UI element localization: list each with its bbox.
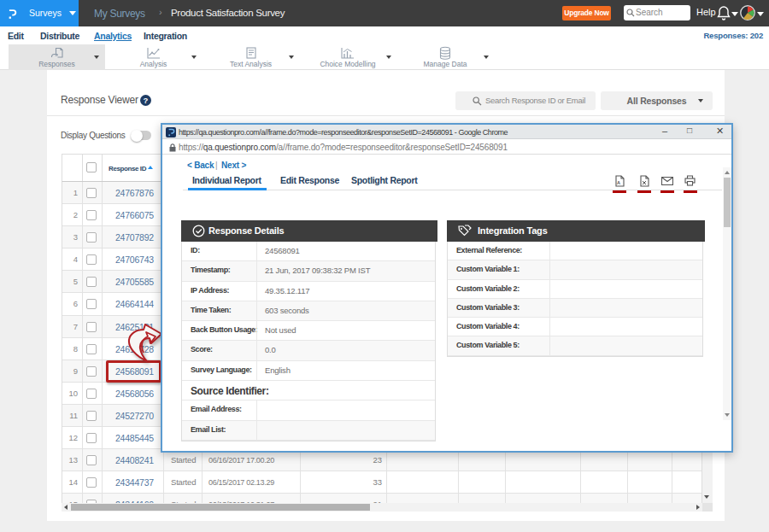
svg-text:A: A [617, 180, 620, 185]
